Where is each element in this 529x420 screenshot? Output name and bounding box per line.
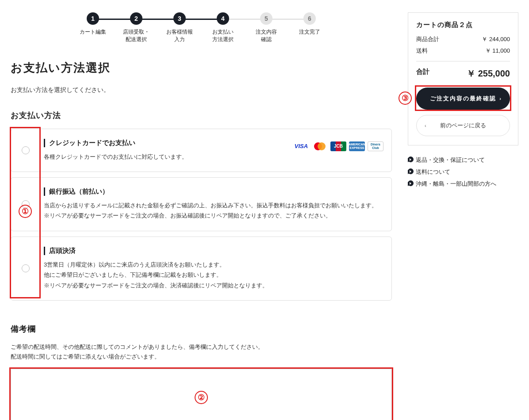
remarks-textarea[interactable] — [11, 369, 392, 420]
step-6: 6 注文完了 — [288, 12, 331, 36]
page-title: お支払い方法選択 — [11, 60, 392, 76]
jcb-icon: JCB — [330, 141, 346, 151]
arrow-circle-icon — [408, 180, 414, 186]
back-button-label: 前のページに戻る — [440, 122, 486, 129]
payment-method-list: ① クレジットカードでお支払い 各種クレジットカードでのお支払いに対応しています… — [11, 129, 392, 301]
step-label: お客様情報入力 — [166, 28, 193, 43]
shipping-value: ￥ 11,000 — [485, 47, 510, 55]
payment-title: 銀行振込（前払い） — [44, 187, 380, 196]
payment-desc: 当店からお送りするメールに記載された金額を必ずご確認の上、お振込み下さい。振込手… — [44, 200, 380, 221]
arrow-circle-icon — [408, 157, 414, 162]
payment-option-bank-transfer[interactable]: 銀行振込（前払い） 当店からお送りするメールに記載された金額を必ずご確認の上、お… — [11, 177, 392, 231]
step-number: 1 — [87, 12, 99, 25]
step-label: 注文内容確認 — [256, 28, 277, 43]
amex-icon: AMERICAN EXPRESS — [349, 141, 365, 151]
link-remote-areas[interactable]: 沖縄・離島・一部山間部の方へ — [408, 178, 518, 190]
chevron-left-icon: ‹ — [425, 123, 426, 128]
annotation-callout-3: ③ — [399, 92, 412, 105]
radio-in-store[interactable] — [22, 264, 30, 272]
svg-point-1 — [318, 142, 326, 150]
subtotal-value: ￥ 244,000 — [482, 35, 510, 43]
step-label: 注文完了 — [299, 28, 320, 36]
step-3: 3 お客様情報入力 — [158, 12, 201, 43]
shipping-label: 送料 — [416, 47, 428, 55]
mastercard-icon — [312, 141, 328, 151]
arrow-circle-icon — [408, 168, 414, 174]
remarks-heading: 備考欄 — [11, 324, 392, 334]
total-value: ￥ 255,000 — [467, 68, 510, 80]
step-label: 店頭受取・配送選択 — [123, 28, 150, 43]
back-button[interactable]: ‹ 前のページに戻る — [416, 115, 510, 136]
step-5: 5 注文内容確認 — [245, 12, 288, 43]
payment-heading: お支払い方法 — [11, 110, 392, 121]
visa-icon: VISA — [293, 141, 309, 151]
payment-option-in-store[interactable]: 店頭決済 3営業日（月曜定休）以内にご来店のうえ店頭決済をお願いたします。他にご… — [11, 237, 392, 301]
payment-desc: 3営業日（月曜定休）以内にご来店のうえ店頭決済をお願いたします。他にご希望日がご… — [44, 260, 380, 290]
step-label: カート編集 — [80, 28, 106, 36]
link-shipping[interactable]: 送料について — [408, 166, 518, 178]
confirm-button-label: ご注文内容の最終確認 — [430, 95, 496, 102]
step-number: 3 — [173, 12, 186, 25]
step-number: 6 — [303, 12, 316, 25]
checkout-stepper: 1 カート編集 2 店頭受取・配送選択 3 お客様情報入力 4 お支払い方法選択… — [11, 12, 392, 43]
subtotal-label: 商品合計 — [416, 35, 439, 43]
confirm-order-button[interactable]: ご注文内容の最終確認 › — [416, 88, 510, 110]
step-4: 4 お支払い方法選択 — [201, 12, 245, 43]
remarks-description: ご希望の配送時間、その他配送に際してのコメントがありましたら、備考欄に入力してく… — [11, 342, 392, 362]
step-label: お支払い方法選択 — [212, 28, 234, 43]
payment-option-credit-card[interactable]: クレジットカードでお支払い 各種クレジットカードでのお支払いに対応しています。 … — [11, 129, 392, 172]
step-1: 1 カート編集 — [71, 12, 115, 36]
payment-desc: 各種クレジットカードでのお支払いに対応しています。 — [44, 152, 380, 162]
radio-bank-transfer[interactable] — [22, 200, 30, 208]
step-number: 5 — [260, 12, 272, 25]
link-returns[interactable]: 返品・交換・保証について — [408, 154, 518, 166]
diners-icon: Diners Club — [368, 141, 383, 151]
total-label: 合計 — [416, 68, 429, 80]
page-subtitle: お支払い方法を選択してください。 — [11, 86, 392, 94]
chevron-right-icon: › — [499, 96, 502, 101]
radio-credit-card[interactable] — [22, 146, 30, 154]
cart-summary: カートの商品２点 商品合計 ￥ 244,000 送料 ￥ 11,000 合計 ￥… — [408, 12, 518, 145]
summary-title: カートの商品２点 — [416, 21, 510, 29]
card-brand-logos: VISA JCB AMERICAN EXPRESS Diners Club — [293, 141, 383, 151]
payment-title: 店頭決済 — [44, 247, 380, 255]
step-number: 4 — [217, 12, 229, 25]
step-number: 2 — [130, 12, 142, 25]
info-links: 返品・交換・保証について 送料について 沖縄・離島・一部山間部の方へ — [408, 154, 518, 190]
step-2: 2 店頭受取・配送選択 — [115, 12, 158, 43]
